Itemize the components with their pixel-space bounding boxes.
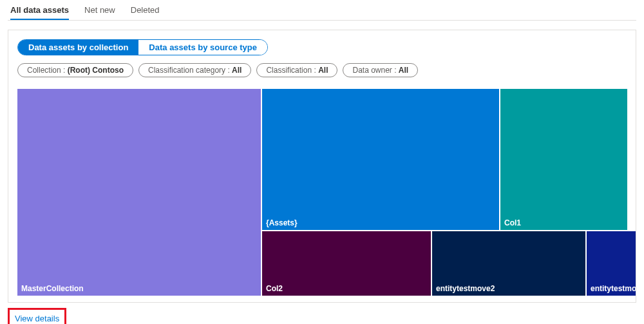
tile-entitytestmove2[interactable]: entitytestmove2 bbox=[432, 231, 585, 296]
filter-class-cat-label: Classification category : bbox=[148, 66, 232, 75]
view-toggle: Data assets by collection Data assets by… bbox=[17, 39, 268, 55]
tab-net-new[interactable]: Net new bbox=[84, 0, 115, 20]
tile-label: Col1 bbox=[504, 218, 521, 227]
main-panel: Data assets by collection Data assets by… bbox=[8, 30, 636, 303]
tile-entitytestmov[interactable]: entitytestmov... bbox=[587, 231, 636, 296]
filter-data-owner[interactable]: Data owner : All bbox=[343, 63, 418, 77]
tile-label: Col2 bbox=[266, 284, 283, 293]
tile-col2[interactable]: Col2 bbox=[262, 231, 431, 296]
filter-class-cat-value: All bbox=[232, 66, 242, 75]
tile-assets[interactable]: {Assets} bbox=[262, 89, 499, 230]
filter-owner-value: All bbox=[399, 66, 408, 75]
filter-collection-value: (Root) Contoso bbox=[68, 66, 124, 75]
filter-owner-label: Data owner : bbox=[352, 66, 398, 75]
tab-all-data-assets[interactable]: All data assets bbox=[10, 0, 69, 20]
tile-mastercollection[interactable]: MasterCollection bbox=[17, 89, 261, 296]
treemap-chart: MasterCollection {Assets} Col1 Col2 enti… bbox=[17, 89, 636, 296]
tile-label: entitytestmove2 bbox=[436, 284, 495, 293]
view-details-link[interactable]: View details bbox=[8, 308, 66, 324]
tile-label: entitytestmov... bbox=[591, 284, 636, 293]
filter-collection[interactable]: Collection : (Root) Contoso bbox=[17, 63, 133, 77]
tabs-bar: All data assets Net new Deleted bbox=[8, 0, 636, 21]
tab-deleted[interactable]: Deleted bbox=[131, 0, 160, 20]
tile-label: MasterCollection bbox=[21, 284, 84, 293]
tile-col1[interactable]: Col1 bbox=[500, 89, 627, 230]
toggle-by-collection[interactable]: Data assets by collection bbox=[18, 40, 138, 55]
filters-row: Collection : (Root) Contoso Classificati… bbox=[17, 63, 627, 77]
filter-classification[interactable]: Classification : All bbox=[256, 63, 337, 77]
toggle-by-source-type[interactable]: Data assets by source type bbox=[138, 40, 267, 55]
filter-class-value: All bbox=[318, 66, 328, 75]
filter-class-label: Classification : bbox=[266, 66, 318, 75]
filter-classification-category[interactable]: Classification category : All bbox=[138, 63, 251, 77]
filter-collection-label: Collection : bbox=[27, 66, 68, 75]
tile-label: {Assets} bbox=[266, 218, 298, 227]
